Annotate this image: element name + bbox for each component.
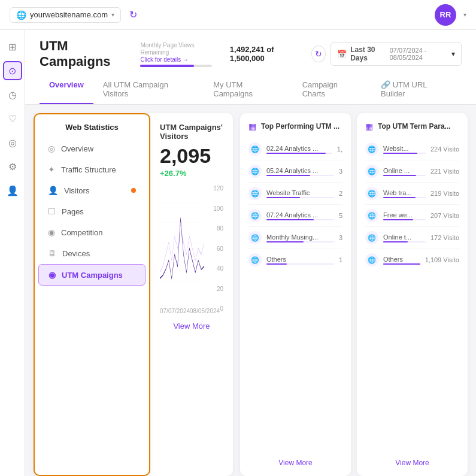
sidebar-icon-dashboard[interactable]: ⊞ bbox=[3, 37, 22, 56]
top-term-view-more[interactable]: View More bbox=[395, 459, 429, 467]
utm-row: 🌐 Others 1 bbox=[248, 249, 342, 271]
page-title: UTM Campaigns bbox=[40, 38, 128, 69]
sidebar-icon-target[interactable]: ◎ bbox=[3, 133, 22, 152]
utm-row: 🌐 Online t... 172 Visito bbox=[365, 227, 459, 249]
user-avatar[interactable]: RR bbox=[435, 4, 456, 26]
visitors-dot bbox=[131, 188, 136, 193]
page-header: UTM Campaigns Monthly Page Views Remaini… bbox=[25, 30, 476, 105]
row-content: Websit... bbox=[383, 145, 426, 154]
top-term-title: Top UTM Term Para... bbox=[378, 122, 451, 131]
campaign-view-more-btn[interactable]: View More bbox=[173, 322, 210, 331]
stats-item-overview[interactable]: ◎ Overview bbox=[38, 138, 145, 159]
campaign-change: +26.7% bbox=[160, 169, 223, 178]
tab-overview[interactable]: Overview bbox=[40, 75, 93, 104]
campaign-view-more: View More bbox=[160, 320, 223, 331]
pages-icon: ☐ bbox=[48, 207, 56, 216]
campaign-title: UTM Campaigns' Visitors bbox=[160, 123, 223, 141]
row-name: Others bbox=[266, 256, 334, 263]
row-progress-bar bbox=[383, 219, 413, 220]
page-views-link[interactable]: Click for details → bbox=[140, 56, 189, 63]
overview-icon: ◎ bbox=[48, 144, 55, 153]
row-content: 02.24 Analytics ... bbox=[266, 145, 332, 154]
topbar: 🌐 yourwebsitename.com ▾ ↻ RR ▾ bbox=[0, 0, 476, 30]
chart-wrap: 120 100 80 60 40 20 0 07/07/2024 08/05/2… bbox=[160, 183, 223, 314]
row-icon: 🌐 bbox=[365, 165, 378, 178]
tab-charts[interactable]: Campaign Charts bbox=[293, 75, 371, 104]
page-views-label[interactable]: Monthly Page Views Remaining Click for d… bbox=[140, 41, 213, 63]
sidebar-icon-settings[interactable]: ⚙ bbox=[3, 157, 22, 176]
tab-url-builder[interactable]: 🔗 UTM URL Builder bbox=[371, 75, 462, 104]
row-value: 1,109 Visito bbox=[425, 256, 459, 263]
refresh-button[interactable]: ↻ bbox=[311, 46, 326, 62]
date-range-button[interactable]: 📅 Last 30 Days 07/07/2024 - 08/05/2024 ▾ bbox=[331, 42, 462, 66]
utm-row: 🌐 Free we... 207 Visito bbox=[365, 205, 459, 227]
top-performing-view-more[interactable]: View More bbox=[278, 459, 312, 467]
tab-all-utm[interactable]: All UTM Campaign Visitors bbox=[93, 75, 204, 104]
page-views-box: Monthly Page Views Remaining Click for d… bbox=[140, 41, 213, 67]
row-progress-bar bbox=[266, 263, 287, 265]
url-icon: 🔗 bbox=[381, 80, 390, 89]
devices-icon: 🖥 bbox=[48, 248, 56, 258]
stats-label-overview: Overview bbox=[61, 144, 93, 153]
row-icon: 🌐 bbox=[365, 253, 378, 266]
row-content: Website Traffic bbox=[266, 189, 334, 198]
campaign-card: UTM Campaigns' Visitors 2,095 +26.7% bbox=[144, 113, 233, 476]
top-performing-rows: 🌐 02.24 Analytics ... 1, 🌐 05.24 Analyti… bbox=[248, 138, 342, 271]
sidebar-icon-user[interactable]: 👤 bbox=[3, 181, 22, 200]
row-progress bbox=[383, 263, 420, 265]
date-range-label: Last 30 Days bbox=[350, 46, 386, 62]
row-value: 221 Visito bbox=[430, 168, 459, 175]
utm-icon: ◉ bbox=[48, 270, 56, 280]
traffic-icon: ✦ bbox=[48, 165, 55, 174]
chart-svg bbox=[160, 183, 204, 302]
stats-label-devices: Devices bbox=[62, 249, 90, 258]
row-icon: 🌐 bbox=[248, 253, 262, 266]
row-progress-bar bbox=[383, 241, 408, 242]
stats-item-competition[interactable]: ◉ Competition bbox=[38, 222, 145, 242]
utm-row: 🌐 02.24 Analytics ... 1, bbox=[248, 138, 342, 160]
y-label-100: 100 bbox=[205, 205, 223, 212]
utm-row: 🌐 Web tra... 219 Visito bbox=[365, 183, 459, 205]
row-value: 3 bbox=[339, 168, 342, 175]
y-label-20: 20 bbox=[205, 286, 223, 292]
stats-label-utm: UTM Campaigns bbox=[62, 271, 123, 280]
page-views-count: 1,492,241 of 1,500,000 bbox=[230, 45, 299, 63]
sidebar-icon-heart[interactable]: ♡ bbox=[3, 109, 22, 128]
domain-selector[interactable]: 🌐 yourwebsitename.com ▾ bbox=[10, 7, 121, 23]
row-value: 1, bbox=[337, 145, 342, 153]
top-performing-footer: View More bbox=[248, 452, 342, 468]
row-name: Web tra... bbox=[383, 189, 426, 196]
row-value: 5 bbox=[339, 212, 342, 219]
stats-item-traffic[interactable]: ✦ Traffic Structure bbox=[38, 159, 145, 180]
left-panel: Web Statistics ◎ Overview ✦ Traffic Stru… bbox=[34, 113, 233, 476]
stats-label-pages: Pages bbox=[62, 207, 84, 216]
topbar-refresh-icon[interactable]: ↻ bbox=[129, 9, 137, 20]
visitors-icon: 👤 bbox=[48, 186, 58, 195]
row-value: 3 bbox=[339, 234, 342, 241]
top-performing-header: ▦ Top Performing UTM ... bbox=[248, 122, 342, 131]
row-name: 07.24 Analytics ... bbox=[266, 211, 334, 219]
stats-label-traffic: Traffic Structure bbox=[61, 165, 116, 174]
domain-chevron: ▾ bbox=[111, 11, 114, 18]
row-icon: 🌐 bbox=[365, 209, 378, 222]
row-progress bbox=[266, 197, 334, 198]
row-progress bbox=[266, 263, 334, 265]
row-progress-bar bbox=[266, 219, 314, 220]
row-content: Monthly Musing... bbox=[266, 234, 334, 242]
stats-item-visitors[interactable]: 👤 Visitors bbox=[38, 180, 145, 201]
row-name: Free we... bbox=[383, 211, 426, 219]
sidebar-icon-clock[interactable]: ◷ bbox=[3, 85, 22, 104]
utm-row: 🌐 07.24 Analytics ... 5 bbox=[248, 205, 342, 227]
stats-item-pages[interactable]: ☐ Pages bbox=[38, 201, 145, 222]
tab-my-utm[interactable]: My UTM Campaigns bbox=[204, 75, 292, 104]
row-content: Others bbox=[266, 256, 334, 265]
row-progress bbox=[383, 219, 426, 220]
row-content: Online ... bbox=[383, 167, 426, 176]
stats-item-devices[interactable]: 🖥 Devices bbox=[38, 243, 145, 263]
utm-row: 🌐 Monthly Musing... 3 bbox=[248, 227, 342, 249]
stats-item-utm[interactable]: ◉ UTM Campaigns bbox=[38, 264, 145, 286]
sidebar-icon-analytics[interactable]: ⊙ bbox=[3, 61, 22, 80]
row-name: 05.24 Analytics ... bbox=[266, 167, 334, 174]
top-performing-icon: ▦ bbox=[248, 122, 256, 131]
y-label-60: 60 bbox=[205, 245, 223, 252]
